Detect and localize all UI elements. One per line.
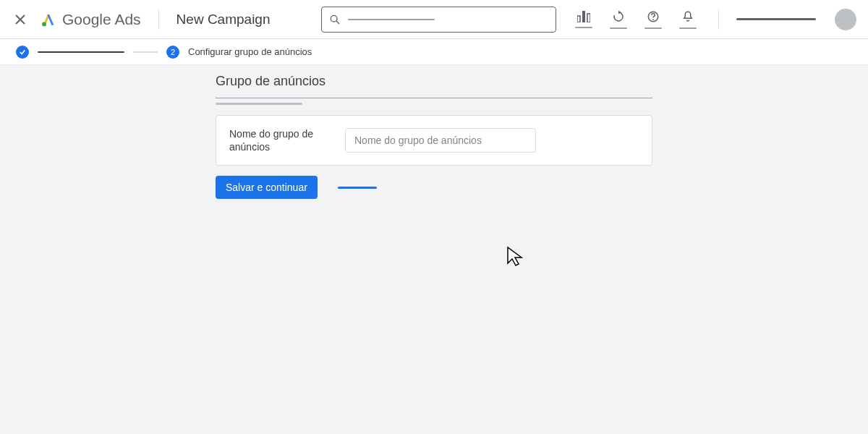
close-icon[interactable] [12, 11, 29, 28]
step-1-check[interactable] [16, 46, 29, 59]
form-actions: Salvar e continuar [216, 176, 868, 199]
page-title: New Campaign [176, 12, 271, 27]
reports-icon[interactable] [571, 7, 597, 33]
svg-point-0 [42, 22, 46, 26]
notifications-icon[interactable] [675, 7, 701, 33]
adgroup-name-card: Nome do grupo de anúncios [216, 115, 652, 166]
cursor-icon [506, 246, 527, 268]
search-input[interactable] [321, 7, 556, 33]
account-label-redacted[interactable] [736, 18, 816, 20]
svg-point-1 [331, 15, 337, 22]
svg-rect-4 [582, 11, 585, 22]
step-2-label: Configurar grupo de anúncios [188, 46, 312, 57]
stepper: 2 Configurar grupo de anúncios [0, 39, 868, 65]
adgroup-name-label: Nome do grupo de anúncios [229, 127, 316, 153]
svg-rect-5 [587, 14, 590, 22]
main-content: Grupo de anúncios Nome do grupo de anúnc… [0, 65, 868, 199]
divider [158, 9, 159, 30]
save-continue-button[interactable]: Salvar e continuar [216, 176, 318, 199]
svg-line-2 [336, 21, 339, 24]
ads-logo-icon [41, 12, 56, 27]
adgroup-name-field[interactable] [345, 128, 536, 153]
avatar[interactable] [835, 9, 856, 30]
header-toolbar [571, 7, 856, 33]
app-header: Google Ads New Campaign [0, 0, 868, 39]
product-name: Google Ads [62, 11, 141, 28]
adgroup-name-input[interactable] [354, 135, 527, 146]
section-subtext-redacted [216, 103, 302, 105]
help-icon[interactable] [640, 7, 666, 33]
section-title: Grupo de anúncios [216, 74, 868, 89]
divider [718, 9, 719, 30]
check-icon [19, 48, 26, 56]
product-logo[interactable]: Google Ads [41, 11, 141, 28]
svg-rect-3 [577, 16, 580, 22]
step-2-badge[interactable]: 2 [166, 46, 179, 59]
search-placeholder-redacted [348, 19, 435, 20]
cancel-link-redacted[interactable] [338, 187, 377, 189]
search-icon [329, 14, 341, 25]
svg-point-7 [652, 19, 654, 20]
refresh-icon[interactable] [605, 7, 631, 33]
section-divider [216, 98, 652, 98]
step-1-label-redacted [38, 51, 124, 53]
step-connector [133, 51, 158, 53]
